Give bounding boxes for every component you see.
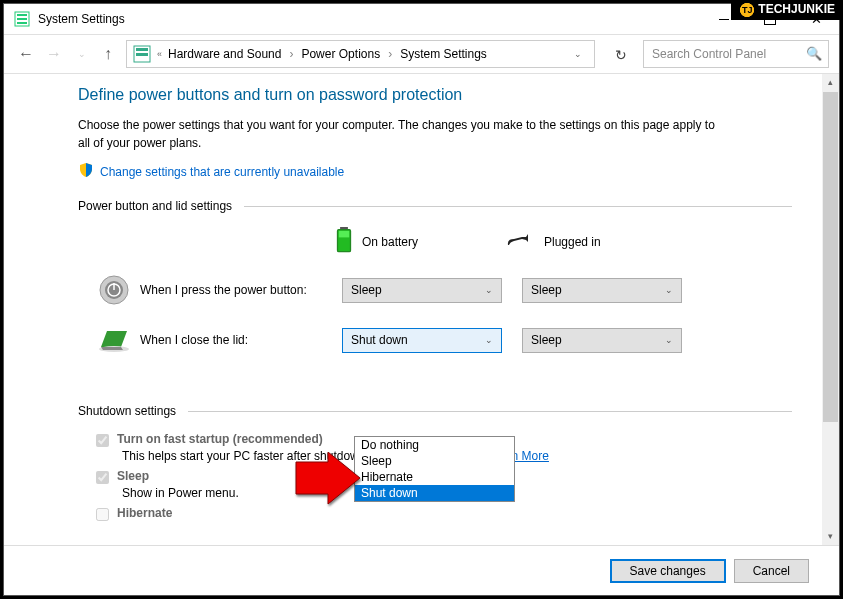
location-icon xyxy=(133,45,151,63)
dropdown-option[interactable]: Hibernate xyxy=(355,469,514,485)
window-title: System Settings xyxy=(38,12,701,26)
chevron-icon: « xyxy=(157,49,162,59)
address-bar[interactable]: « Hardware and Sound › Power Options › S… xyxy=(126,40,595,68)
svg-rect-2 xyxy=(17,18,27,20)
battery-icon xyxy=(336,227,352,256)
page-heading: Define power buttons and turn on passwor… xyxy=(78,86,822,104)
shutdown-section-label: Shutdown settings xyxy=(78,404,792,418)
search-box[interactable]: 🔍 xyxy=(643,40,829,68)
plugged-in-label: Plugged in xyxy=(544,235,601,249)
refresh-button[interactable]: ↻ xyxy=(607,40,635,68)
address-dropdown-icon[interactable]: ⌄ xyxy=(568,49,588,59)
back-button[interactable]: ← xyxy=(14,45,38,63)
hibernate-option-label: Hibernate xyxy=(117,506,172,520)
chevron-down-icon: ⌄ xyxy=(485,335,493,345)
dropdown-option-selected[interactable]: Shut down xyxy=(355,485,514,501)
svg-rect-9 xyxy=(339,231,349,238)
app-icon xyxy=(14,11,30,27)
footer: Save changes Cancel xyxy=(4,545,839,595)
watermark: TJTECHJUNKIE xyxy=(731,0,843,20)
titlebar: System Settings xyxy=(4,4,839,34)
power-button-label: When I press the power button: xyxy=(132,283,342,297)
annotation-arrow-icon xyxy=(294,452,364,509)
fast-startup-checkbox xyxy=(96,434,109,447)
breadcrumb[interactable]: Power Options xyxy=(301,47,380,61)
search-icon[interactable]: 🔍 xyxy=(806,46,822,61)
fast-startup-label: Turn on fast startup (recommended) xyxy=(117,432,323,446)
power-button-battery-combo[interactable]: Sleep⌄ xyxy=(342,278,502,303)
svg-rect-6 xyxy=(136,53,148,56)
power-button-section-label: Power button and lid settings xyxy=(78,199,792,213)
close-lid-plugged-combo[interactable]: Sleep⌄ xyxy=(522,328,682,353)
breadcrumb[interactable]: System Settings xyxy=(400,47,487,61)
chevron-down-icon: ⌄ xyxy=(665,285,673,295)
scrollbar-thumb[interactable] xyxy=(823,92,838,422)
plug-icon xyxy=(506,232,534,251)
sleep-checkbox xyxy=(96,471,109,484)
shield-icon xyxy=(78,162,94,181)
window: System Settings ← → ⌄ ↑ « Hardware and S… xyxy=(3,3,840,596)
power-button-icon xyxy=(96,272,132,308)
svg-rect-3 xyxy=(17,22,27,24)
scroll-down-button[interactable]: ▾ xyxy=(822,528,839,545)
breadcrumb[interactable]: Hardware and Sound xyxy=(168,47,281,61)
change-settings-link[interactable]: Change settings that are currently unava… xyxy=(100,165,344,179)
dropdown-option[interactable]: Do nothing xyxy=(355,437,514,453)
close-lid-label: When I close the lid: xyxy=(132,333,342,347)
dropdown-list[interactable]: Do nothing Sleep Hibernate Shut down xyxy=(354,436,515,502)
recent-locations-button[interactable]: ⌄ xyxy=(70,49,94,59)
navigation-bar: ← → ⌄ ↑ « Hardware and Sound › Power Opt… xyxy=(4,34,839,74)
up-button[interactable]: ↑ xyxy=(98,45,118,63)
cancel-button[interactable]: Cancel xyxy=(734,559,809,583)
hibernate-checkbox xyxy=(96,508,109,521)
chevron-right-icon: › xyxy=(289,47,293,61)
power-button-plugged-combo[interactable]: Sleep⌄ xyxy=(522,278,682,303)
svg-rect-1 xyxy=(17,14,27,16)
lid-icon xyxy=(96,322,132,358)
scroll-up-button[interactable]: ▴ xyxy=(822,74,839,91)
page-description: Choose the power settings that you want … xyxy=(78,116,728,152)
forward-button: → xyxy=(42,45,66,63)
on-battery-label: On battery xyxy=(362,235,418,249)
chevron-down-icon: ⌄ xyxy=(485,285,493,295)
save-changes-button[interactable]: Save changes xyxy=(610,559,726,583)
chevron-down-icon: ⌄ xyxy=(665,335,673,345)
scrollbar[interactable]: ▴ ▾ xyxy=(822,74,839,545)
close-lid-battery-combo[interactable]: Shut down⌄ xyxy=(342,328,502,353)
sleep-option-label: Sleep xyxy=(117,469,149,483)
search-input[interactable] xyxy=(644,41,828,67)
chevron-right-icon: › xyxy=(388,47,392,61)
svg-rect-5 xyxy=(136,48,148,51)
dropdown-option[interactable]: Sleep xyxy=(355,453,514,469)
